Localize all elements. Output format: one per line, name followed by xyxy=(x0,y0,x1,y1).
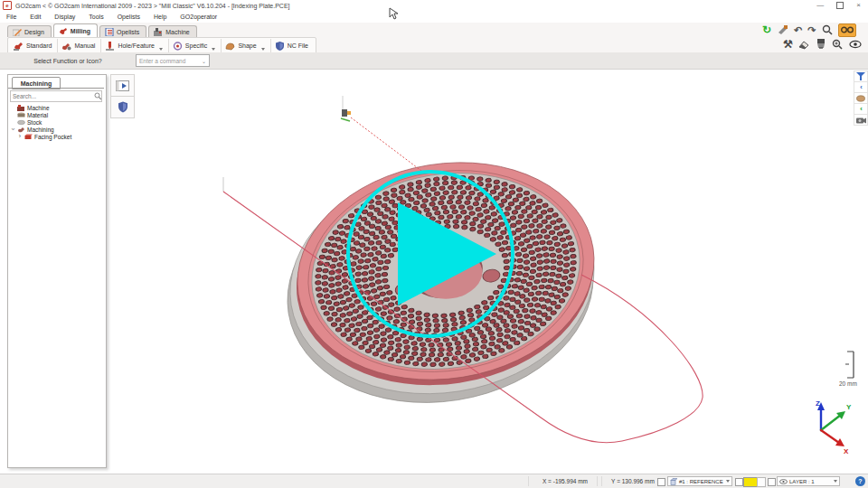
minimize-button[interactable]: — xyxy=(816,2,824,9)
menu-tools[interactable]: Tools xyxy=(87,13,105,21)
go2cam-window: 20 mm Z Y X e GO2cam < © GO2cam Internat… xyxy=(0,0,868,488)
standard-button[interactable]: Standard xyxy=(10,39,58,52)
chevron-left-blue-icon: › xyxy=(860,83,863,91)
specific-dropdown-caret[interactable] xyxy=(212,48,215,51)
tab-design[interactable]: Design xyxy=(7,25,52,37)
plane-value: #1 : REFERENCE xyxy=(679,479,723,484)
maximize-button[interactable] xyxy=(836,2,844,9)
menu-opelists[interactable]: Opelists xyxy=(116,13,142,21)
plane-checkbox[interactable] xyxy=(657,478,665,486)
search-input[interactable] xyxy=(11,93,94,99)
cursor-x-coordinate: X = -195.994 mm xyxy=(528,476,602,486)
redo-icon[interactable]: ↷ xyxy=(807,25,816,35)
stock-tree-icon xyxy=(17,119,25,126)
viewport-3d[interactable]: 20 mm Z Y X xyxy=(0,0,868,488)
simulation-panel-play-icon xyxy=(116,80,129,91)
manual-label: Manual xyxy=(74,42,95,49)
nc-file-button[interactable]: NC File xyxy=(271,39,314,52)
active-color-swatch[interactable] xyxy=(743,477,758,487)
tab-milling-label: Milling xyxy=(71,28,90,34)
filter-funnel-icon xyxy=(856,72,865,80)
axis-y-label: Y xyxy=(846,403,852,411)
go2-view-glasses-icon[interactable] xyxy=(838,23,856,37)
shape-button[interactable]: Shape xyxy=(222,39,270,52)
standard-icon xyxy=(14,42,24,51)
measure-tool-icon[interactable] xyxy=(777,24,788,35)
hole-feature-button[interactable]: Hole/Feature xyxy=(101,39,168,52)
ribbon-tabs: Design Milling Opelists Machine xyxy=(7,23,199,37)
menu-bar: File Edit Display Tools Opelists Help GO… xyxy=(0,11,868,23)
undo-icon[interactable]: ↶ xyxy=(794,25,802,35)
hole-feature-label: Hole/Feature xyxy=(118,42,154,49)
search-icon xyxy=(94,92,101,100)
opelists-icon xyxy=(105,28,114,36)
tab-milling[interactable]: Milling xyxy=(53,23,98,37)
menu-display[interactable]: Display xyxy=(52,13,77,21)
plane-selector[interactable]: #1 : REFERENCE xyxy=(667,476,732,486)
window-title: GO2cam < © GO2cam International 2009 - 2… xyxy=(15,3,290,9)
specific-label: Specific xyxy=(185,42,208,49)
color-dropdown-button[interactable] xyxy=(757,477,766,487)
specific-button[interactable]: Specific xyxy=(169,39,222,52)
menu-help[interactable]: Help xyxy=(152,13,168,21)
eraser-icon[interactable] xyxy=(798,40,810,50)
camera-icon xyxy=(856,117,866,124)
tree-item-machining[interactable]: › Machining xyxy=(10,126,102,133)
axis-x-label: X xyxy=(844,447,849,455)
nc-file-label: NC File xyxy=(288,42,308,49)
menu-go2operator[interactable]: GO2operator xyxy=(178,13,219,21)
layer-selector[interactable]: LAYER : 1 xyxy=(777,476,840,486)
zoom-icon[interactable] xyxy=(822,24,833,35)
tree-item-facing-pocket[interactable]: › Facing Pocket xyxy=(10,133,102,140)
view-toolbar-row1: ↻ ↶ ↷ xyxy=(762,23,856,36)
tree-item-stock[interactable]: Stock xyxy=(10,118,102,126)
standard-label: Standard xyxy=(26,42,52,49)
menu-file[interactable]: File xyxy=(5,13,18,21)
regenerate-icon[interactable]: ↻ xyxy=(762,23,771,36)
chevron-left-green-icon: › xyxy=(860,105,863,113)
brush-icon[interactable] xyxy=(816,39,826,50)
command-prompt-label: Select Function or Icon? xyxy=(0,58,136,64)
panel-search-box[interactable] xyxy=(10,90,102,102)
tool-marker xyxy=(341,96,425,174)
tab-opelists[interactable]: Opelists xyxy=(99,25,146,37)
plane-dropdown-arrow[interactable] xyxy=(726,480,730,483)
visibility-eye-icon[interactable] xyxy=(849,40,862,49)
camera-view-button[interactable] xyxy=(854,114,868,126)
simulation-button[interactable] xyxy=(110,74,135,97)
layer-checkbox[interactable] xyxy=(768,478,776,486)
command-band: Select Function or Icon? Enter a command… xyxy=(0,52,868,70)
tab-machine[interactable]: Machine xyxy=(148,25,196,37)
color-checkbox[interactable] xyxy=(735,478,743,486)
close-button[interactable]: × xyxy=(856,2,861,9)
zoom-window-icon[interactable] xyxy=(832,39,844,50)
tools-icon[interactable]: ⚒ xyxy=(783,40,793,50)
app-icon: e xyxy=(3,1,12,10)
hole-feature-dropdown-caret[interactable] xyxy=(159,48,163,51)
specific-icon xyxy=(173,42,183,51)
tree-item-material[interactable]: Material xyxy=(10,111,102,118)
tree-item-machine[interactable]: Machine xyxy=(10,104,102,111)
protection-button[interactable] xyxy=(110,96,135,118)
shape-icon xyxy=(225,42,235,51)
status-bar: X = -195.994 mm Y = 130.996 mm #1 : REFE… xyxy=(0,474,868,488)
command-combobox[interactable]: Enter a command ⌄ xyxy=(136,54,210,67)
tree-label-facing-pocket: Facing Pocket xyxy=(34,134,71,140)
help-button[interactable]: ? xyxy=(855,476,865,486)
command-dropdown-arrow[interactable]: ⌄ xyxy=(202,58,206,64)
axis-z-label: Z xyxy=(816,399,820,408)
layer-dropdown-arrow[interactable] xyxy=(834,480,837,483)
tree-label-machine: Machine xyxy=(27,105,50,111)
expander-open-icon[interactable]: › xyxy=(10,127,15,132)
milling-icon xyxy=(59,27,68,35)
shape-dropdown-caret[interactable] xyxy=(261,48,265,51)
layer-value: LAYER : 1 xyxy=(789,479,815,484)
machining-tree-icon xyxy=(17,127,25,133)
expander-closed-icon[interactable]: › xyxy=(17,134,23,139)
manual-icon xyxy=(61,42,71,51)
nc-file-icon xyxy=(275,42,285,51)
menu-edit[interactable]: Edit xyxy=(28,13,42,21)
title-bar: e GO2cam < © GO2cam International 2009 -… xyxy=(0,0,868,11)
panel-tab-divider xyxy=(8,88,104,89)
manual-button[interactable]: Manual xyxy=(58,39,101,52)
